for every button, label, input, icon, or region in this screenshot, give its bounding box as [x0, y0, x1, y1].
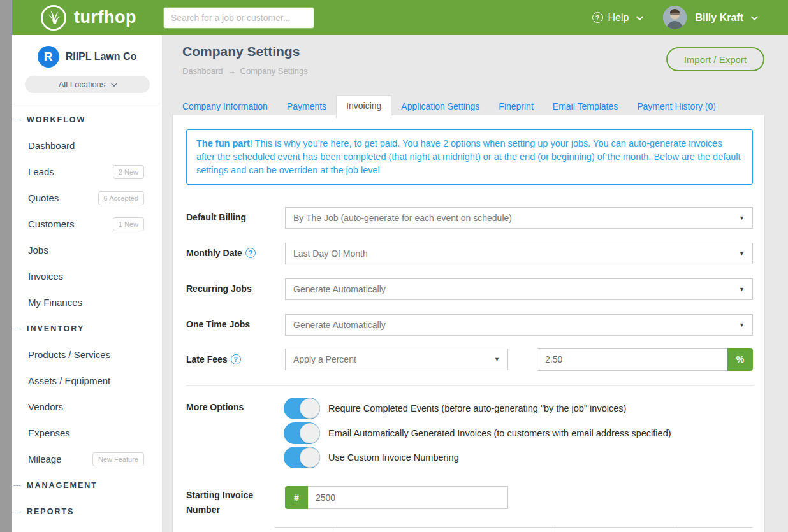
invoicing-panel: The fun part! This is why you're here, t… [172, 115, 765, 532]
section-management[interactable]: --- MANAGEMENT [12, 472, 162, 498]
sidebar: R RIIPL Lawn Co All Locations --- WORKFL… [12, 35, 163, 532]
default-billing-label: Default Billing [186, 212, 246, 222]
late-fee-amount-input[interactable] [537, 348, 727, 371]
recurring-jobs-label: Recurring Jobs [186, 284, 252, 294]
number-sign-prefix: # [285, 486, 308, 509]
table-top-edge [275, 527, 753, 532]
sidebar-nav: --- WORKFLOW Dashboard Leads 2 New Quote… [12, 103, 162, 524]
quotes-badge: 6 Accepted [98, 191, 144, 205]
help-icon[interactable]: ? [245, 248, 256, 258]
sidebar-item-my-finances[interactable]: My Finances [12, 289, 162, 315]
toggle-knob [300, 447, 320, 468]
sidebar-item-vendors[interactable]: Vendors [12, 394, 162, 420]
percent-button[interactable]: % [727, 348, 753, 371]
monthly-date-select[interactable]: Last Day Of Month ▼ [285, 243, 753, 264]
chevron-down-icon [636, 13, 643, 20]
page-title: Company Settings [182, 44, 300, 59]
dropdown-caret-icon: ▼ [739, 250, 745, 257]
info-text: ! This is why you're here, to get paid. … [196, 138, 741, 175]
sidebar-item-quotes[interactable]: Quotes 6 Accepted [12, 185, 162, 211]
user-avatar[interactable] [663, 6, 687, 29]
default-billing-select[interactable]: By The Job (auto-generate for each event… [285, 207, 753, 229]
section-dashes: --- [12, 481, 27, 490]
toggle-knob [300, 423, 320, 443]
turfhop-logo[interactable]: turfhop [40, 4, 136, 31]
company-header: R RIIPL Lawn Co [12, 35, 162, 68]
toggle-knob [300, 398, 320, 419]
grass-logo-icon [40, 4, 67, 31]
breadcrumb-current: Company Settings [240, 66, 308, 76]
info-callout: The fun part! This is why you're here, t… [186, 129, 753, 185]
dropdown-caret-icon: ▼ [739, 215, 745, 221]
breadcrumb-arrow-icon: → [228, 66, 236, 76]
breadcrumb: Dashboard→Company Settings [182, 66, 308, 76]
customers-badge: 1 New [113, 217, 144, 231]
user-menu-chevron-icon[interactable] [751, 13, 758, 20]
sidebar-item-expenses[interactable]: Expenses [12, 420, 162, 446]
company-name: RIIPL Lawn Co [66, 51, 137, 62]
more-options-label: More Options [186, 402, 244, 412]
tab-payment-history[interactable]: Payment History (0) [627, 96, 726, 117]
sidebar-item-leads[interactable]: Leads 2 New [12, 159, 162, 185]
starting-invoice-number-label: Starting Invoice Number [186, 488, 261, 517]
tab-company-information[interactable]: Company Information [173, 96, 277, 117]
toggle-switch-on[interactable] [284, 422, 320, 444]
help-icon: ? [592, 12, 603, 23]
section-workflow: --- WORKFLOW [12, 106, 162, 133]
chevron-down-icon [111, 80, 117, 87]
section-dashes: --- [12, 324, 27, 333]
section-inventory: --- INVENTORY [12, 315, 162, 341]
late-fees-label: Late Fees ? [186, 354, 241, 364]
section-reports[interactable]: --- REPORTS [12, 498, 162, 524]
mileage-badge: New Feature [92, 452, 144, 466]
sidebar-item-mileage[interactable]: Mileage New Feature [12, 446, 162, 472]
tab-email-templates[interactable]: Email Templates [543, 96, 627, 117]
sidebar-item-assets-equipment[interactable]: Assets / Equipment [12, 368, 162, 394]
recurring-jobs-select[interactable]: Generate Automatically ▼ [285, 278, 753, 300]
breadcrumb-dashboard[interactable]: Dashboard [182, 66, 223, 76]
main-content: Company Settings Dashboard→Company Setti… [163, 35, 788, 532]
brand-name: turfhop [74, 8, 136, 27]
one-time-jobs-select[interactable]: Generate Automatically ▼ [285, 314, 753, 336]
toggle-switch-on[interactable] [284, 447, 320, 468]
global-search-input[interactable] [163, 7, 314, 29]
help-menu[interactable]: ? Help [592, 12, 642, 24]
help-icon[interactable]: ? [231, 354, 241, 364]
sidebar-item-invoices[interactable]: Invoices [12, 263, 162, 289]
leads-badge: 2 New [113, 165, 144, 179]
sidebar-item-jobs[interactable]: Jobs [12, 237, 162, 263]
tab-fineprint[interactable]: Fineprint [489, 96, 543, 117]
sidebar-item-customers[interactable]: Customers 1 New [12, 211, 162, 237]
dropdown-caret-icon: ▼ [739, 322, 745, 328]
late-fees-select[interactable]: Apply a Percent ▼ [285, 349, 508, 370]
section-dashes: --- [12, 115, 27, 124]
toggle-custom-invoice-numbering: Use Custom Invoice Numbering [284, 447, 459, 468]
monthly-date-label: Monthly Date ? [186, 248, 256, 258]
sidebar-item-dashboard[interactable]: Dashboard [12, 133, 162, 159]
topbar: turfhop ? Help Billy Kraft [12, 0, 788, 35]
section-dashes: --- [12, 507, 27, 516]
info-bold: The fun part [196, 138, 250, 148]
section-divider [186, 385, 753, 386]
tab-application-settings[interactable]: Application Settings [391, 96, 489, 117]
user-name[interactable]: Billy Kraft [695, 12, 743, 24]
locations-dropdown[interactable]: All Locations [25, 76, 150, 93]
dropdown-caret-icon: ▼ [739, 286, 745, 292]
toggle-email-generated-invoices: Email Automatically Generated Invoices (… [284, 422, 671, 444]
one-time-jobs-label: One Time Jobs [186, 319, 250, 329]
import-export-button[interactable]: Import / Export [666, 47, 764, 71]
dropdown-caret-icon: ▼ [494, 356, 500, 363]
sidebar-item-products-services[interactable]: Products / Services [12, 341, 162, 368]
tab-payments[interactable]: Payments [277, 96, 336, 117]
window-edge-strip [0, 0, 12, 532]
toggle-switch-on[interactable] [284, 398, 320, 419]
settings-tabs: Company Information Payments Invoicing A… [173, 95, 726, 117]
locations-label: All Locations [59, 80, 106, 89]
company-logo: R [38, 46, 59, 68]
help-label: Help [608, 12, 629, 24]
toggle-require-completed-events: Require Completed Events (before auto-ge… [284, 398, 626, 419]
tab-invoicing[interactable]: Invoicing [336, 95, 391, 118]
starting-invoice-number-input[interactable] [308, 486, 508, 509]
starting-invoice-number-group: # [285, 486, 508, 509]
